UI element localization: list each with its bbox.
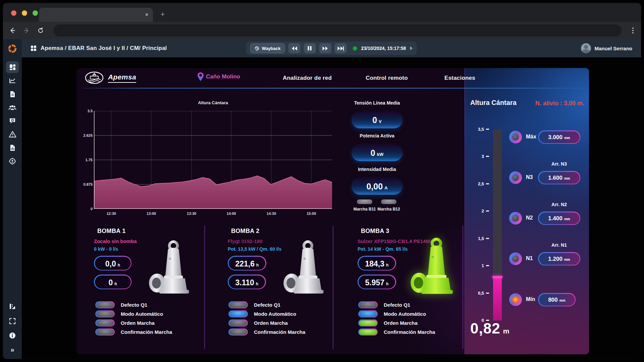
tab-close-icon[interactable]: × <box>145 12 148 17</box>
pump-card-bomba1: BOMBA 1 Zocalo sin bomba 0 kW - 0 l/s 0,… <box>76 225 204 354</box>
status-row: Defecto Q1 <box>228 301 280 308</box>
marker-min <box>509 293 522 306</box>
sidebar-nav <box>6 61 19 167</box>
status-label: Modo Automático <box>254 311 296 317</box>
arr-n1-label: Arr. N1 <box>538 242 580 248</box>
skip-end-button[interactable] <box>335 43 347 53</box>
badge-n3: 1.600mm <box>538 171 580 184</box>
metric-value-potencia: 0kW <box>352 144 402 161</box>
reload-icon[interactable] <box>36 26 45 35</box>
pump-spec: Pot. 14 kW - Qm. 65 l/s <box>358 246 408 252</box>
sidebar-item-messages[interactable] <box>6 115 19 127</box>
metric-label-intensidad: Intensidad Media <box>333 167 421 172</box>
maximize-window-button[interactable] <box>33 10 38 16</box>
status-row: Modo Automático <box>228 310 296 317</box>
playback-panel: Wayback 23/10/2024, 15:17:58 <box>246 42 417 55</box>
close-window-button[interactable] <box>11 10 16 16</box>
wayback-button[interactable]: Wayback <box>250 43 285 53</box>
window-controls <box>11 10 38 16</box>
location-selector[interactable]: Caño Molino <box>197 72 240 81</box>
status-toggle-orden[interactable] <box>95 319 115 326</box>
status-row: Orden Marcha <box>228 319 288 326</box>
sidebar-item-target[interactable] <box>6 155 19 167</box>
badge-n1: 1.200mm <box>538 252 580 265</box>
nav-control-remoto[interactable]: Control remoto <box>366 75 408 81</box>
info-icon[interactable] <box>6 329 19 341</box>
pump-hours-total: 3.110h <box>228 275 266 289</box>
sidebar-item-reports[interactable] <box>6 142 19 154</box>
status-toggle-defecto[interactable] <box>95 301 115 308</box>
chart-title: Altura Cántara <box>94 100 332 105</box>
status-toggle-confirmacion[interactable] <box>358 328 378 336</box>
minimize-window-button[interactable] <box>22 10 27 16</box>
arr-n3-label: Arr. N3 <box>538 161 580 167</box>
wayback-label: Wayback <box>262 46 281 51</box>
new-tab-button[interactable]: + <box>158 10 167 19</box>
status-row: Modo Automático <box>95 310 163 317</box>
rewind-button[interactable] <box>288 43 301 53</box>
status-toggle-confirmacion[interactable] <box>95 328 115 336</box>
tank-gauge-bar <box>493 129 502 320</box>
fast-forward-button[interactable] <box>319 43 331 53</box>
sidebar-item-documents[interactable] <box>6 88 19 100</box>
marcha-b11-indicator <box>357 199 372 204</box>
browser-tab[interactable]: × <box>39 8 153 22</box>
pump-model: Flygt 3152-180 <box>228 238 262 244</box>
status-toggle-automatico[interactable] <box>358 310 378 317</box>
design-icon[interactable] <box>6 301 19 312</box>
nav-estaciones[interactable]: Estaciones <box>444 75 475 81</box>
status-row: Defecto Q1 <box>95 301 147 308</box>
browser-window: × + <box>3 3 641 359</box>
marker-max <box>509 131 522 143</box>
dashboard-header: Apemsa Caño Molino Analizador de red Con… <box>76 68 589 88</box>
tank-relief-level: N. alivio : 3,00 m. <box>535 100 584 107</box>
badge-n2: 1.400mm <box>538 212 580 225</box>
marker-n2 <box>509 212 522 225</box>
tank-level-cap <box>492 276 502 278</box>
pump-name: BOMBA 3 <box>361 228 389 235</box>
sidebar-item-dashboard[interactable] <box>6 61 19 73</box>
tank-level-value: 0,82m <box>470 320 509 337</box>
arr-n2-label: Arr. N2 <box>538 202 580 207</box>
playback-expand-icon[interactable] <box>410 46 413 50</box>
nav-analizador[interactable]: Analizador de red <box>283 75 332 81</box>
status-toggle-automatico[interactable] <box>95 310 115 317</box>
status-toggle-orden[interactable] <box>358 319 378 326</box>
status-toggle-orden[interactable] <box>228 319 248 326</box>
status-row: Modo Automático <box>358 310 426 317</box>
status-label: Modo Automático <box>384 311 426 317</box>
sidebar-item-users[interactable] <box>6 102 19 113</box>
status-label: Defecto Q1 <box>121 302 147 308</box>
back-icon[interactable] <box>8 26 17 35</box>
status-label: Confirmación Marcha <box>254 329 305 335</box>
app-sidebar: » <box>3 39 22 359</box>
status-toggle-automatico[interactable] <box>228 310 248 317</box>
expand-sidebar-icon[interactable]: » <box>6 344 19 356</box>
tank-title: Altura Cántara <box>470 99 517 107</box>
pump-hours-partial: 0,0h <box>94 256 131 270</box>
browser-menu-icon[interactable] <box>630 27 636 34</box>
marker-n3-label: N3 <box>526 174 533 180</box>
sidebar-item-trends[interactable] <box>6 75 19 86</box>
user-menu[interactable]: Manuel Serrano <box>581 43 632 53</box>
url-bar[interactable] <box>53 24 622 37</box>
pump-image <box>282 240 333 299</box>
breadcrumb[interactable]: Apemsa / EBAR San José I y II / CM/ Prin… <box>31 45 167 52</box>
status-label: Confirmación Marcha <box>121 329 172 335</box>
status-toggle-confirmacion[interactable] <box>228 328 248 336</box>
app-logo-icon[interactable] <box>7 39 18 58</box>
pump-hours-total: 5.957h <box>358 275 396 289</box>
dashboard-panel: Apemsa Caño Molino Analizador de red Con… <box>76 68 589 354</box>
app-root: » Apemsa / EBAR San José I y II / CM/ Pr… <box>3 39 641 359</box>
forward-icon[interactable] <box>22 26 31 35</box>
sidebar-item-alarms[interactable] <box>6 128 19 140</box>
status-toggle-defecto[interactable] <box>358 301 378 308</box>
pump-image-running <box>409 237 463 300</box>
status-toggle-defecto[interactable] <box>228 301 248 308</box>
sidebar-bottom: » <box>6 301 19 359</box>
status-row: Confirmación Marcha <box>95 328 172 336</box>
fullscreen-icon[interactable] <box>6 315 19 327</box>
marker-n1-label: N1 <box>526 255 533 261</box>
status-label: Orden Marcha <box>254 320 288 326</box>
pause-button[interactable] <box>304 43 316 53</box>
